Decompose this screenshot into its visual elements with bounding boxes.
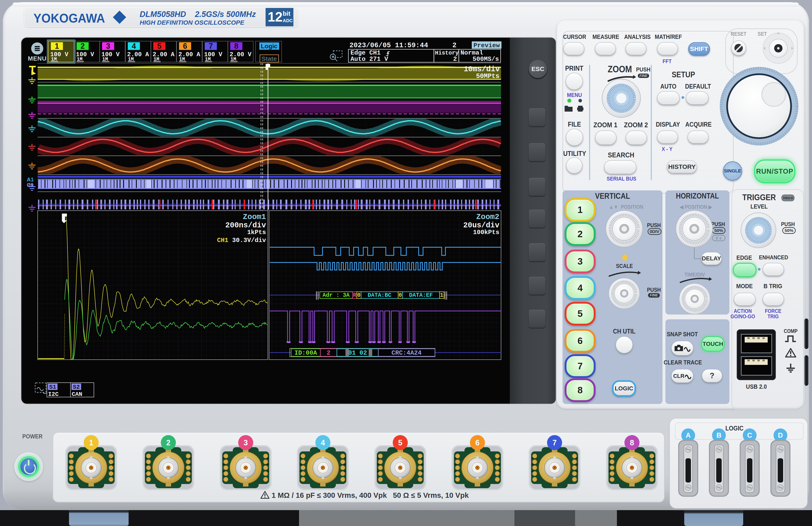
svg-text:2: 2 <box>166 438 171 447</box>
svg-text:1: 1 <box>89 438 93 447</box>
svg-text:C: C <box>747 431 752 439</box>
svg-text:A: A <box>686 431 691 439</box>
svg-text:D: D <box>778 431 783 439</box>
svg-text:3: 3 <box>244 438 248 447</box>
svg-text:4: 4 <box>321 438 325 447</box>
svg-text:B: B <box>716 431 722 439</box>
svg-text:5: 5 <box>398 438 402 447</box>
svg-text:6: 6 <box>475 438 479 447</box>
svg-text:8: 8 <box>630 438 634 447</box>
svg-text:7: 7 <box>552 438 557 447</box>
